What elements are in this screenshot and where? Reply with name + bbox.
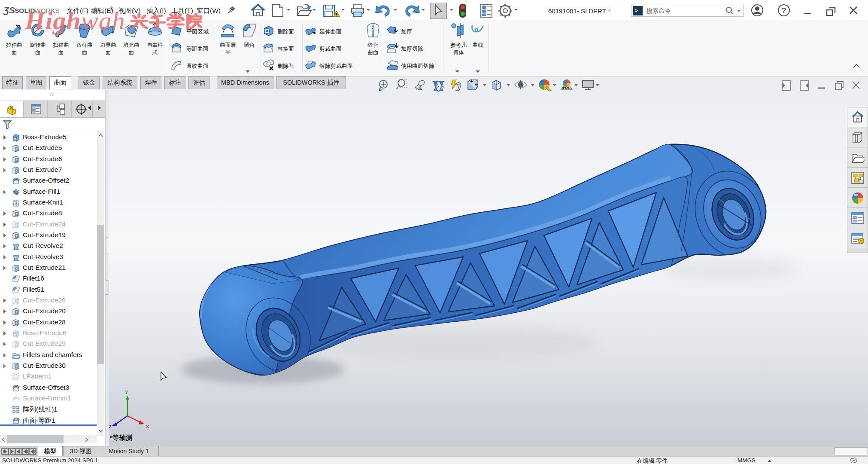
svg-text:Z: Z [109, 424, 112, 429]
svg-text:Y: Y [125, 390, 128, 395]
svg-text:X: X [146, 424, 149, 429]
